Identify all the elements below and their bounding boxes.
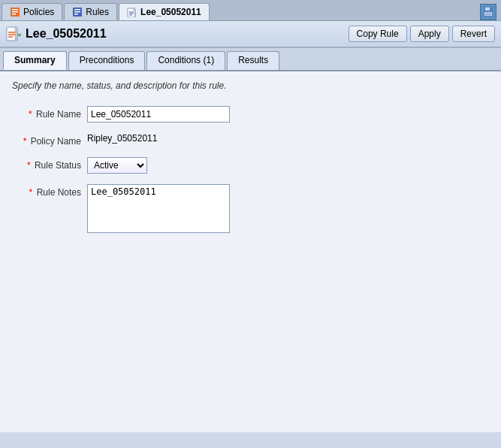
tab-rules-label: Rules: [86, 7, 109, 17]
tab-summary[interactable]: Summary: [3, 51, 67, 70]
rule-notes-textarea[interactable]: Lee_05052011: [87, 184, 230, 233]
required-star-status: *: [27, 160, 31, 171]
svg-rect-5: [74, 9, 80, 11]
policy-name-label: * Policy Name: [12, 133, 87, 147]
form-row-rule-status: * Rule Status Active Inactive: [12, 157, 489, 174]
policy-name-static: Ripley_05052011: [87, 130, 157, 144]
header-rule-icon: [6, 26, 21, 41]
inner-tab-bar: Summary Preconditions Conditions (1) Res…: [0, 48, 501, 71]
svg-rect-7: [74, 14, 78, 15]
svg-rect-17: [485, 14, 491, 15]
rule-status-value: Active Inactive: [87, 157, 489, 174]
copy-rule-button[interactable]: Copy Rule: [349, 26, 407, 42]
tab-rules[interactable]: Rules: [64, 3, 117, 20]
revert-button[interactable]: Revert: [452, 26, 495, 42]
tab-lee-rule[interactable]: Lee_05052011: [119, 3, 210, 20]
rule-status-select[interactable]: Active Inactive: [87, 157, 147, 174]
required-star-notes: *: [29, 187, 33, 198]
description-text: Specify the name, status, and descriptio…: [12, 80, 489, 91]
rule-name-input[interactable]: [87, 106, 230, 123]
header-bar: Lee_05052011 Copy Rule Apply Revert: [0, 21, 501, 48]
header-buttons: Copy Rule Apply Revert: [349, 26, 495, 42]
rule-status-label: * Rule Status: [12, 157, 87, 171]
required-star-name: *: [29, 109, 32, 120]
tab-results[interactable]: Results: [227, 51, 279, 70]
save-button[interactable]: [480, 4, 496, 20]
form-row-policy-name: * Policy Name Ripley_05052011: [12, 133, 489, 147]
form-row-rule-notes: * Rule Notes Lee_05052011: [12, 184, 489, 235]
svg-rect-2: [12, 11, 18, 13]
main-content: Specify the name, status, and descriptio…: [0, 71, 501, 432]
svg-rect-16: [485, 13, 491, 14]
svg-marker-19: [15, 27, 17, 40]
rule-notes-label: * Rule Notes: [12, 184, 87, 198]
rules-icon: [72, 7, 83, 17]
svg-rect-15: [484, 12, 492, 16]
rule-name-value: [87, 106, 489, 123]
rule-item-icon: [127, 7, 137, 17]
apply-button[interactable]: Apply: [410, 26, 449, 42]
svg-rect-3: [12, 14, 16, 15]
policies-icon: [10, 7, 20, 17]
svg-rect-14: [485, 8, 490, 11]
tab-conditions[interactable]: Conditions (1): [146, 51, 225, 70]
tab-policies-label: Policies: [23, 7, 54, 17]
save-area: [480, 3, 501, 20]
tab-lee-rule-label: Lee_05052011: [140, 7, 201, 17]
save-icon: [483, 7, 493, 17]
tab-policies[interactable]: Policies: [2, 3, 62, 20]
form-row-rule-name: * Rule Name: [12, 106, 489, 123]
rule-notes-value: Lee_05052011: [87, 184, 489, 235]
tab-preconditions[interactable]: Preconditions: [68, 51, 146, 70]
svg-rect-1: [12, 9, 18, 11]
svg-rect-6: [74, 11, 80, 13]
policy-name-value: Ripley_05052011: [87, 133, 489, 144]
rule-name-label: * Rule Name: [12, 106, 87, 120]
header-title: Lee_05052011: [26, 27, 349, 41]
top-tab-bar: Policies Rules Lee_05052011: [0, 0, 501, 21]
required-star-policy: *: [23, 136, 27, 147]
